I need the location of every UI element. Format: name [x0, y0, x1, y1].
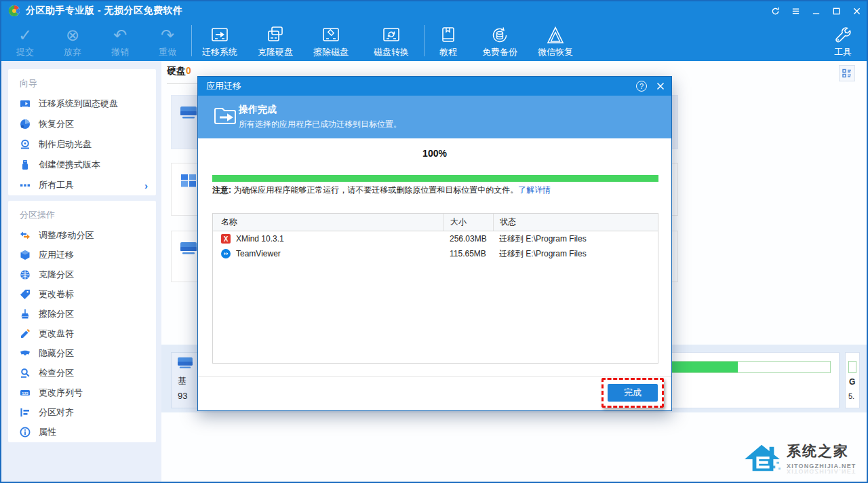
sidebar-item-migrate-os-to-ssd[interactable]: 迁移系统到固态硬盘: [8, 94, 156, 114]
volume-label-tag-icon: [20, 289, 31, 300]
refresh-icon[interactable]: [765, 1, 785, 20]
sidebar-item-app-mover[interactable]: 应用迁移: [8, 245, 156, 265]
check-magnifier-icon: [20, 368, 31, 379]
disk-icon: [180, 105, 197, 120]
column-header-status[interactable]: 状态: [493, 214, 658, 231]
learn-more-link[interactable]: 了解详情: [518, 185, 551, 195]
dialog-banner: 操作完成 所有选择的应用程序已成功迁移到目标位置。: [198, 96, 671, 138]
menu-icon[interactable]: [785, 1, 806, 20]
tutorial-button[interactable]: 教程: [425, 20, 472, 61]
svg-text:123: 123: [22, 391, 28, 395]
close-button[interactable]: [846, 1, 867, 20]
windows-partition-icon: [180, 173, 197, 188]
info-icon: [20, 427, 31, 438]
boot-disc-icon: [20, 139, 31, 150]
maximize-button[interactable]: [826, 1, 846, 20]
folder-migrate-icon: [214, 106, 237, 125]
partition-size: 5.: [848, 392, 854, 400]
xmind-icon: X: [221, 234, 231, 244]
partition-letter: G: [849, 377, 855, 387]
progress-bar: [212, 175, 658, 182]
migrate-system-button[interactable]: 迁移系统: [192, 20, 248, 61]
column-header-size[interactable]: 大小: [443, 214, 493, 231]
partition-block-small[interactable]: G 5.: [845, 352, 860, 408]
dialog-close-button[interactable]: [656, 82, 665, 90]
wipe-brush-icon: [20, 309, 31, 320]
disk-title: 硬盘0: [167, 65, 191, 77]
cancel-circle-icon: ⊗: [66, 25, 79, 45]
watermark-reflection: XITONGZHIJIA.NET: [787, 469, 856, 475]
sidebar-item-change-label[interactable]: 更改卷标: [8, 284, 156, 304]
table-header-row: 名称 大小 状态: [213, 214, 658, 231]
wizard-card: 向导 迁移系统到固态硬盘 恢复分区 制作启动光盘 创建便携式版本 所有工具 ›: [8, 69, 156, 195]
app-mover-dialog: 应用迁移 ? 操作完成 所有选择的应用程序已成功迁移到目标位置。 100% 注意…: [197, 76, 672, 411]
wechat-recovery-button[interactable]: 微信恢复: [528, 20, 583, 61]
note-text: 注意: 为确保应用程序能够正常运行，请不要迁移或删除原位置和目标位置中的文件。了…: [212, 185, 551, 196]
partition-usage-bar: [848, 361, 856, 373]
sidebar-item-change-drive-letter[interactable]: 更改盘符: [8, 324, 156, 343]
sidebar: 向导 迁移系统到固态硬盘 恢复分区 制作启动光盘 创建便携式版本 所有工具 ›: [1, 61, 161, 482]
dialog-titlebar: 应用迁移 ?: [198, 77, 671, 96]
migrate-system-icon: [210, 25, 230, 45]
minimize-button[interactable]: [806, 1, 826, 20]
convert-disk-icon: [381, 25, 401, 45]
wipe-disk-icon: [321, 25, 341, 45]
partition-ops-section-title: 分区操作: [8, 201, 156, 225]
recover-partition-icon: [20, 119, 31, 130]
undo-icon: ↶: [113, 25, 127, 45]
app-logo-icon: [8, 5, 20, 17]
help-icon[interactable]: ?: [636, 81, 647, 92]
teamviewer-icon: [221, 249, 231, 258]
free-backup-button[interactable]: 免费备份: [472, 20, 528, 61]
wechat-recovery-icon: [545, 25, 566, 45]
align-icon: [20, 407, 31, 418]
ssd-migrate-icon: [20, 98, 31, 109]
undo-button[interactable]: ↶ 撤销: [96, 20, 144, 61]
main-toolbar: ✓ 提交 ⊗ 放弃 ↶ 撤销 ↷ 重做 迁移系统 克隆硬盘: [1, 20, 867, 61]
convert-disk-button[interactable]: 磁盘转换: [359, 20, 424, 61]
finish-button[interactable]: 完成: [608, 384, 658, 402]
sidebar-item-hide-partition[interactable]: 隐藏分区: [8, 343, 156, 363]
view-toggle-button[interactable]: [839, 65, 855, 81]
sidebar-item-properties[interactable]: 属性: [8, 422, 156, 442]
portable-usb-icon: [20, 159, 31, 170]
watermark: 系统之家 XITONGZHIJIA.NET XITONGZHIJIA.NET: [743, 441, 868, 475]
chevron-right-icon: ›: [144, 180, 148, 191]
table-row[interactable]: X XMind 10.3.1 256.03MB 迁移到 E:\Program F…: [213, 231, 658, 246]
watermark-domain: XITONGZHIJIA.NET: [787, 463, 856, 469]
wizard-section-title: 向导: [8, 69, 156, 94]
commit-button[interactable]: ✓ 提交: [1, 20, 49, 61]
tools-button[interactable]: 工具: [819, 20, 867, 61]
disk-type-text: 基: [178, 375, 186, 387]
partition-ops-card: 分区操作 调整/移动分区 应用迁移 克隆分区 更改卷标 擦除分区: [8, 201, 156, 442]
sidebar-item-all-tools[interactable]: 所有工具 ›: [8, 175, 156, 195]
app-window: 分区助手专业版 - 无损分区免费软件 ✓ 提交 ⊗: [0, 0, 868, 483]
sidebar-item-check-partition[interactable]: 检查分区: [8, 363, 156, 383]
dialog-title: 应用迁移: [206, 80, 241, 92]
disk-icon: [177, 356, 193, 370]
table-row[interactable]: TeamViewer 115.65MB 迁移到 E:\Program Files: [213, 246, 658, 261]
drive-letter-pencil-icon: [20, 328, 31, 339]
footer-divider: [198, 376, 671, 376]
column-header-name[interactable]: 名称: [213, 214, 443, 231]
sidebar-item-resize-move-partition[interactable]: 调整/移动分区: [8, 225, 156, 245]
serial-number-icon: 123: [20, 387, 31, 398]
sidebar-item-recover-partition[interactable]: 恢复分区: [8, 114, 156, 134]
all-tools-dots-icon: [20, 180, 31, 191]
sidebar-item-clone-partition[interactable]: 克隆分区: [8, 265, 156, 284]
discard-button[interactable]: ⊗ 放弃: [49, 20, 96, 61]
app-mover-cube-icon: [20, 250, 31, 260]
sidebar-item-make-boot-disc[interactable]: 制作启动光盘: [8, 134, 156, 155]
redo-button[interactable]: ↷ 重做: [144, 20, 191, 61]
wrench-icon: [833, 25, 853, 45]
watermark-name: 系统之家: [787, 442, 856, 461]
sidebar-item-change-serial[interactable]: 123 更改序列号: [8, 383, 156, 402]
xitongzhijia-logo-icon: [743, 441, 783, 475]
sidebar-item-partition-align[interactable]: 分区对齐: [8, 402, 156, 422]
wipe-disk-button[interactable]: 擦除磁盘: [303, 20, 359, 61]
clone-disk-button[interactable]: 克隆硬盘: [248, 20, 303, 61]
clone-partition-icon: [20, 269, 31, 280]
app-title: 分区助手专业版 - 无损分区免费软件: [26, 5, 182, 17]
sidebar-item-wipe-partition[interactable]: 擦除分区: [8, 304, 156, 324]
sidebar-item-create-portable[interactable]: 创建便携式版本: [8, 155, 156, 175]
